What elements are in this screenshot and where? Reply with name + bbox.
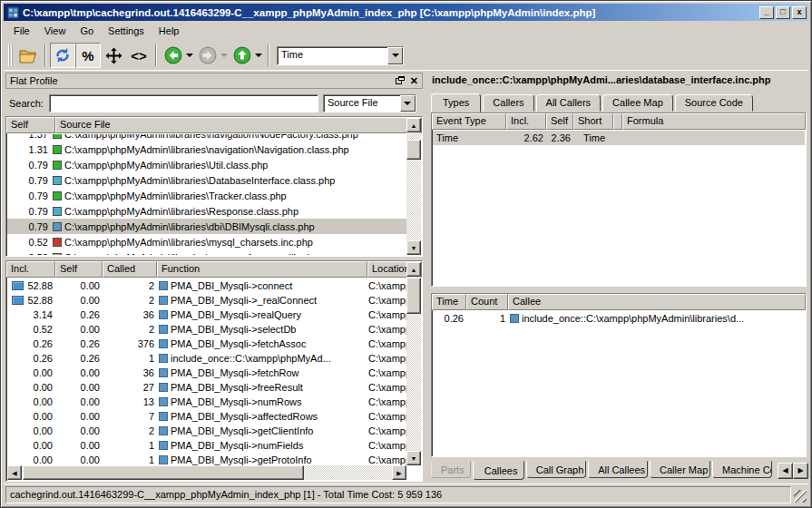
resize-grip[interactable] [794, 490, 807, 503]
table-row[interactable]: 0.261include_once::C:\xampp\phpMyAdmin\l… [433, 311, 805, 326]
function-cell: PMA_DBI_Mysqli->numFields [158, 440, 368, 451]
column-header-callee[interactable]: Callee [508, 294, 806, 310]
scrollbar-thumb[interactable] [23, 465, 304, 480]
event-type-selector[interactable]: Time [277, 46, 404, 65]
close-dock-icon[interactable]: ✕ [410, 75, 418, 87]
vertical-scrollbar[interactable]: ▲ ▼ [406, 118, 421, 255]
tab-call-graph[interactable]: Call Graph [526, 461, 586, 478]
table-row[interactable]: 0.520.002PMA_DBI_Mysqli->selectDbC:\xamp… [7, 322, 406, 337]
up-dropdown-caret[interactable] [255, 54, 262, 61]
tab-scroll-right-icon[interactable]: ▶ [793, 463, 808, 479]
column-header-incl[interactable]: Incl. [506, 113, 546, 130]
scrollbar-thumb[interactable] [406, 140, 421, 160]
column-header-source-file[interactable]: Source File [55, 117, 422, 133]
open-file-button[interactable] [15, 43, 41, 68]
tab-caller-map[interactable]: Caller Map [650, 461, 710, 478]
tab-scroll-left-icon[interactable]: ◀ [778, 463, 793, 479]
scroll-down-icon[interactable]: ▼ [406, 240, 421, 255]
table-row[interactable]: 0.000.001PMA_DBI_Mysqli->getProtoInfoC:\… [7, 453, 406, 465]
tab-callee-map[interactable]: Callee Map [602, 94, 673, 112]
table-row[interactable]: 0.260.26376PMA_DBI_Mysqli->fetchAssocC:\… [7, 337, 406, 351]
tab-all-callees[interactable]: All Callees [588, 461, 648, 478]
tab-types[interactable]: Types [431, 93, 481, 112]
tab-callers[interactable]: Callers [483, 94, 533, 112]
menu-help[interactable]: Help [152, 23, 186, 39]
function-color-icon [159, 296, 168, 305]
table-row[interactable]: 0.000.007PMA_DBI_Mysqli->affectedRowsC:\… [7, 409, 406, 424]
scroll-down-icon[interactable]: ▼ [406, 451, 421, 465]
menu-go[interactable]: Go [73, 23, 100, 39]
column-header-called[interactable]: Called [103, 261, 157, 278]
minimize-button[interactable]: _ [759, 6, 774, 19]
table-row[interactable]: 0.260.261include_once::C:\xampp\phpMyAd.… [7, 351, 406, 366]
column-header-formula[interactable]: Formula [622, 113, 806, 130]
tab-all-callers[interactable]: All Callers [536, 94, 602, 112]
location-cell: C:\xampp\phpMyA [368, 411, 406, 422]
function-name: PMA_DBI_Mysqli->_realConnect [171, 295, 317, 306]
table-row[interactable]: 52.880.002PMA_DBI_Mysqli->_realConnectC:… [7, 293, 406, 308]
scroll-up-icon[interactable]: ▲ [406, 262, 421, 277]
list-item[interactable]: 0.79C:\xampp\phpMyAdmin\libraries\Databa… [7, 172, 406, 188]
compare-button[interactable]: <> [126, 43, 152, 68]
column-header-spacer[interactable] [613, 113, 622, 130]
scroll-right-icon[interactable]: ▶ [392, 465, 406, 480]
list-item[interactable]: 0.52C:\xampp\phpMyAdmin\libraries\user_p… [7, 249, 406, 255]
column-header-function[interactable]: Function [157, 261, 367, 278]
column-header-self[interactable]: Self [6, 117, 55, 133]
float-dock-icon[interactable] [396, 76, 405, 85]
menu-file[interactable]: File [7, 23, 36, 39]
menu-view[interactable]: View [38, 23, 73, 39]
column-header-self[interactable]: Self [546, 113, 573, 130]
up-button[interactable] [230, 43, 255, 68]
table-row[interactable]: 3.140.2636PMA_DBI_Mysqli->realQueryC:\xa… [7, 308, 406, 322]
scrollbar-thumb[interactable] [406, 278, 421, 314]
cycle-detection-button[interactable] [50, 43, 75, 68]
group-by-dropdown-button[interactable] [400, 95, 416, 112]
search-input[interactable] [49, 94, 318, 112]
table-row[interactable]: 0.000.0013PMA_DBI_Mysqli->numRowsC:\xamp… [7, 395, 406, 409]
cost-color-icon [53, 253, 62, 256]
list-item[interactable]: 0.79C:\xampp\phpMyAdmin\libraries\dbi\DB… [7, 219, 406, 234]
function-cell: PMA_DBI_Mysqli->getProtoInfo [158, 454, 368, 465]
relative-percent-button[interactable]: % [75, 43, 101, 68]
tab-source-code[interactable]: Source Code [675, 94, 753, 112]
incl-cell: 0.00 [7, 425, 56, 436]
back-dropdown-caret[interactable] [186, 54, 193, 61]
column-header-short[interactable]: Short [573, 113, 613, 130]
maximize-button[interactable]: □ [776, 6, 790, 19]
tab-machine-code[interactable]: Machine Code [712, 461, 772, 478]
list-item[interactable]: 0.79C:\xampp\phpMyAdmin\libraries\Respon… [7, 203, 406, 219]
column-header-time[interactable]: Time [432, 294, 466, 310]
scroll-left-icon[interactable]: ◀ [7, 465, 22, 480]
event-type-dropdown-button[interactable] [387, 47, 403, 64]
toolbar-handle[interactable] [8, 44, 13, 66]
table-row[interactable]: Time2.622.36Time [433, 131, 805, 145]
back-button[interactable] [161, 43, 186, 68]
vertical-scrollbar[interactable]: ▲ ▼ [406, 262, 421, 465]
table-row[interactable]: 52.880.002PMA_DBI_Mysqli->connectC:\xamp… [7, 278, 406, 293]
tab-parts: Parts [431, 461, 471, 478]
forward-dropdown-caret[interactable] [220, 54, 228, 61]
cost-color-icon [53, 176, 62, 185]
list-item[interactable]: 0.52C:\xampp\phpMyAdmin\libraries\mysql_… [7, 234, 406, 249]
column-header-self[interactable]: Self [55, 261, 103, 278]
column-header-incl[interactable]: Incl. [6, 261, 55, 278]
column-header-eventtype[interactable]: Event Type [432, 113, 506, 130]
column-header-count[interactable]: Count [466, 294, 508, 310]
tab-callees[interactable]: Callees [473, 461, 524, 480]
scroll-up-icon[interactable]: ▲ [406, 118, 421, 132]
menu-settings[interactable]: Settings [102, 23, 151, 39]
list-item[interactable]: 0.79C:\xampp\phpMyAdmin\libraries\Util.c… [7, 157, 406, 172]
list-item[interactable]: 1.37C:\xampp\phpMyAdmin\libraries\naviga… [7, 134, 406, 142]
table-row[interactable]: 0.000.0027PMA_DBI_Mysqli->freeResultC:\x… [7, 380, 406, 395]
close-button[interactable]: x [792, 6, 807, 19]
table-row[interactable]: 0.000.001PMA_DBI_Mysqli->numFieldsC:\xam… [7, 438, 406, 453]
expand-areas-button[interactable] [101, 43, 126, 68]
horizontal-scrollbar[interactable]: ◀ ▶ [7, 465, 406, 480]
forward-button[interactable] [195, 43, 220, 68]
list-item[interactable]: 1.31C:\xampp\phpMyAdmin\libraries\naviga… [7, 142, 406, 157]
group-by-selector[interactable]: Source File [323, 94, 416, 112]
table-row[interactable]: 0.000.0036PMA_DBI_Mysqli->fetchRowC:\xam… [7, 366, 406, 380]
table-row[interactable]: 0.000.002PMA_DBI_Mysqli->getClientInfoC:… [7, 424, 406, 438]
list-item[interactable]: 0.79C:\xampp\phpMyAdmin\libraries\Tracke… [7, 188, 406, 203]
